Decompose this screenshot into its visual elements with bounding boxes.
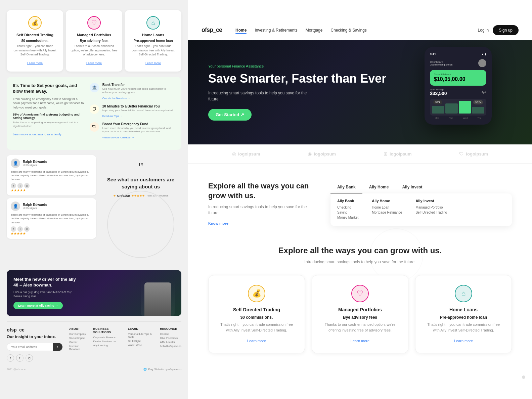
footer-social-impact[interactable]: Social Impact [69, 337, 88, 340]
tab-ally-bank[interactable]: Ally Bank [330, 181, 362, 193]
explore-self-directed-desc: That's right – you can trade commission … [217, 322, 297, 333]
goal-bank-link[interactable]: Crunch the Numbers → [102, 97, 131, 100]
know-more-link[interactable]: Know more [208, 221, 228, 225]
wifi-icon: ▲ [481, 53, 484, 56]
goal-emergency-icon: 🛡 [90, 122, 99, 132]
home-loans-learn-link[interactable]: Learn more [145, 61, 161, 65]
home-loans-title: Home Loans [130, 33, 177, 37]
bank-checking[interactable]: Checking [337, 206, 358, 209]
footer-contact[interactable]: Contact [160, 332, 181, 336]
footer-col-about: ABOUT Our Company Social Impact Career I… [69, 327, 88, 365]
review-1-social: f t in [11, 183, 92, 188]
reviewer-1-avatar: 👤 [11, 159, 20, 168]
bank-tabs: Ally Bank Ally Home Ally Invest [330, 181, 512, 193]
mortgage-refinance[interactable]: Mortgage Refinance [372, 211, 402, 214]
grow-heading: Explore all the ways you can grow with u… [208, 181, 317, 201]
tab-ally-home[interactable]: Ally Home [362, 181, 396, 193]
footer-wallet-wise[interactable]: Wallet Wise [128, 344, 155, 347]
linkedin-icon: in [24, 183, 30, 188]
login-button[interactable]: Log in [478, 28, 489, 33]
managed-learn-link[interactable]: Learn more [86, 61, 102, 65]
bank-money-market[interactable]: Money Market [337, 216, 358, 219]
footer-lending[interactable]: Ally Lending [93, 344, 122, 347]
reviewer-1-info: Ralph Edwards UI Designer [23, 160, 47, 167]
goals-family-link[interactable]: Learn more about saving as a family [13, 133, 61, 136]
footer-atm[interactable]: ATM Locator [160, 341, 181, 344]
nav-link-home[interactable]: Home [235, 28, 247, 33]
explore-managed-title: Managed Portfolios [320, 307, 400, 312]
signup-button[interactable]: Sign up [493, 25, 519, 35]
review-card-1: 👤 Ralph Edwards UI Designer There are ma… [7, 155, 96, 196]
explore-card-managed: ♡ Managed Portfolios Bye advisory fees T… [312, 275, 408, 353]
goal-emergency-title: Boost Your Emergency Fund [102, 122, 175, 126]
footer-email-form: › [7, 343, 62, 351]
footer-email-submit[interactable]: › [53, 343, 62, 351]
review-1-header: 👤 Ralph Edwards UI Designer [11, 159, 92, 168]
tab-ally-invest[interactable]: Ally Invest [395, 181, 429, 193]
footer-col-business: BUSINESS SOLUTIONS Corporate Finance Dea… [93, 327, 122, 365]
nav-link-investing[interactable]: Investing & Retirements [255, 28, 297, 33]
goals-intro: From building an emergency fund to savin… [13, 97, 84, 110]
home-loan[interactable]: Home Loan [372, 206, 402, 209]
explore-home-loans-link[interactable]: Learn more [454, 339, 473, 343]
quote-box: " See what our customers are saying abou… [100, 155, 181, 265]
explore-card-home-loans: ⌂ Home Loans Pre-approved home loan That… [415, 275, 512, 353]
goal-emergency-text: Boost Your Emergency Fund Learn more abo… [102, 122, 175, 140]
nascar-learn-button[interactable]: Learn more at Ally racing → [13, 302, 63, 309]
footer-email-address[interactable]: hello@ofspace.co [160, 345, 181, 348]
hero-cta-button[interactable]: Get Started ↗ [208, 109, 252, 121]
grow-right: Ally Bank Ally Home Ally Invest Ally Ban… [330, 181, 512, 226]
partner-logos: ◎ logoipsum ◉ logoipsum ⊞ logoipsum 🛡 lo… [188, 144, 532, 164]
quote-decorative-circle [107, 191, 174, 258]
footer-twitter-icon[interactable]: t [16, 354, 24, 362]
explore-managed-link[interactable]: Learn more [351, 339, 369, 343]
footer-columns: ABOUT Our Company Social Impact Career I… [69, 327, 181, 365]
nav-logo: ofsp_ce [202, 27, 222, 34]
quote-mark: " [103, 162, 178, 173]
grabstar-stars: ★ [113, 194, 116, 197]
explore-card-self-directed: 💰 Self Directed Trading $0 commissions. … [208, 275, 305, 353]
explore-self-directed-link[interactable]: Learn more [247, 339, 266, 343]
bank-col-home: Ally Home Home Loan Mortgage Refinance [372, 199, 402, 221]
footer-email-input[interactable] [7, 343, 53, 351]
footer-about-company[interactable]: Our Company [69, 332, 88, 336]
nav-link-mortgage[interactable]: Mortgage [306, 28, 323, 33]
goal-minutes-title: 20 Minutes to a Better Financial You [102, 104, 173, 108]
explore-managed-icon: ♡ [351, 285, 369, 302]
self-directed-icon: 💰 [28, 16, 42, 30]
logo-4-text: logoipsum [466, 151, 488, 157]
hero-title: Save Smarter, Faster than Ever [208, 72, 512, 85]
footer-dealer[interactable]: Dealer Services on [93, 340, 122, 343]
top-service-cards: 💰 Self Directed Trading $0 commissions. … [0, 3, 188, 72]
goal-emergency-link[interactable]: Watch on your Cheddar → [102, 136, 134, 139]
logo-2: ◉ logoipsum [308, 151, 336, 157]
logo-1: ◎ logoipsum [232, 151, 260, 157]
goal-bank-title: Bank Transfer [102, 83, 175, 87]
driver-figure [141, 279, 175, 316]
self-directed-trading[interactable]: Self-Directed Trading [415, 211, 447, 214]
footer-instagram-icon[interactable]: ig [26, 354, 33, 362]
bank-content: Ally Bank Checking Saving Money Market A… [330, 193, 512, 226]
explore-heading: Explore all the ways you can grow with u… [208, 245, 512, 256]
footer-personal-tips[interactable]: Personal Life Tips & Tools [128, 332, 155, 339]
grow-left: Explore all the ways you can grow with u… [208, 181, 317, 226]
footer-col-resource-heading: RESOURCE [160, 327, 181, 330]
explore-self-directed-title: Self Directed Trading [217, 307, 297, 312]
footer-facebook-icon[interactable]: f [7, 354, 14, 362]
bank-saving[interactable]: Saving [337, 211, 358, 214]
logo-3: ⊞ logoipsum [384, 151, 412, 157]
explore-self-directed-feature: $0 commissions. [217, 315, 297, 320]
footer-do-it-right[interactable]: Do It Right [128, 340, 155, 343]
footer-career[interactable]: Career [69, 341, 88, 344]
hero-subtitle: Your personal Finance Assistance [208, 64, 512, 68]
self-directed-learn-link[interactable]: Learn more [27, 61, 43, 65]
footer-investor[interactable]: Investor Relations [69, 345, 88, 351]
footer-corporate[interactable]: Corporate Finance [93, 336, 122, 339]
managed-portfolio[interactable]: Managed Portfolio [415, 206, 447, 209]
goal-bank-text: Bank Transfer See how much you'll need t… [102, 83, 175, 100]
reviewer-2-title: UI Designer [23, 207, 47, 210]
goal-minutes-link[interactable]: Read our Tips → [102, 115, 123, 118]
driver-silhouette [144, 282, 171, 316]
nav-link-checking[interactable]: Checking & Savings [330, 28, 366, 33]
footer-feedback[interactable]: Give Feedback [160, 337, 181, 340]
